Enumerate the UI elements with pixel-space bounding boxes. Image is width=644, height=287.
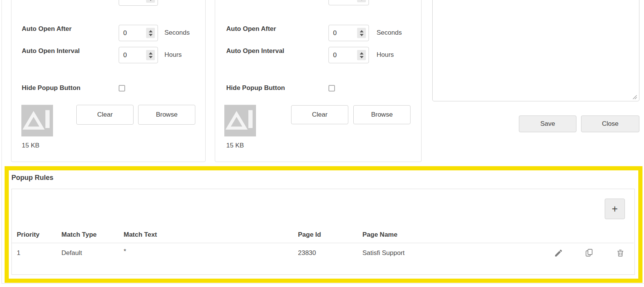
hide-popup-checkbox[interactable] — [328, 85, 335, 91]
auto-open-interval-label: Auto Open Interval — [226, 47, 284, 55]
outer-left-border — [2, 0, 2, 283]
stepper-icon[interactable] — [357, 28, 366, 38]
popup-config-card-2 — [215, 0, 422, 162]
card2-top-cutoff-input[interactable] — [328, 0, 369, 5]
auto-open-after-input[interactable] — [119, 25, 158, 41]
custom-code-textarea[interactable] — [432, 0, 639, 101]
edit-rule-button[interactable] — [554, 249, 563, 258]
copy-rule-button[interactable] — [584, 248, 594, 257]
pencil-icon — [554, 249, 563, 258]
popup-settings-page: Auto Open After Seconds Auto Open Interv… — [0, 0, 644, 287]
hide-popup-button-label: Hide Popup Button — [226, 84, 285, 92]
trash-icon — [616, 249, 625, 258]
outer-bottom-border — [2, 283, 644, 284]
rule-priority-cell: 1 — [17, 249, 20, 257]
rule-match-text-cell: * — [124, 248, 126, 255]
resize-handle-icon[interactable] — [631, 94, 638, 100]
popup-image-thumbnail — [224, 105, 256, 136]
ai-logo-icon — [224, 105, 256, 136]
auto-open-after-label: Auto Open After — [226, 25, 276, 33]
column-header-match-type: Match Type — [61, 231, 97, 239]
column-header-match-text: Match Text — [124, 231, 157, 239]
popup-rules-panel — [11, 189, 635, 275]
card1-top-cutoff-input[interactable] — [119, 0, 158, 6]
copy-icon — [584, 248, 594, 257]
rule-page-name-cell: Satisfi Support — [362, 249, 405, 257]
add-rule-button[interactable]: + — [605, 199, 625, 219]
hours-unit-label: Hours — [164, 51, 182, 59]
seconds-unit-label: Seconds — [377, 29, 402, 37]
seconds-unit-label: Seconds — [164, 29, 190, 37]
hide-popup-button-label: Hide Popup Button — [22, 84, 80, 92]
file-size-label: 15 KB — [22, 142, 39, 149]
popup-image-thumbnail — [21, 105, 53, 136]
rule-match-type-cell: Default — [61, 249, 82, 257]
auto-open-after-label: Auto Open After — [22, 25, 72, 33]
ai-logo-icon — [21, 105, 53, 136]
hours-unit-label: Hours — [377, 51, 394, 59]
auto-open-interval-input[interactable] — [119, 47, 158, 63]
stepper-icon[interactable] — [357, 0, 366, 2]
browse-button[interactable]: Browse — [353, 105, 411, 124]
column-header-priority: Priority — [17, 231, 40, 239]
delete-rule-button[interactable] — [616, 249, 625, 258]
close-button[interactable]: Close — [581, 115, 639, 132]
stepper-icon[interactable] — [357, 50, 366, 60]
auto-open-after-input[interactable] — [328, 25, 369, 41]
stepper-icon[interactable] — [146, 28, 155, 38]
hide-popup-checkbox[interactable] — [119, 85, 125, 91]
popup-config-card-1 — [11, 0, 206, 162]
stepper-icon[interactable] — [146, 50, 155, 60]
column-header-page-name: Page Name — [362, 231, 398, 239]
rule-page-id-cell: 23830 — [298, 249, 316, 257]
popup-rules-title: Popup Rules — [11, 174, 53, 182]
table-header-divider — [12, 243, 634, 243]
browse-button[interactable]: Browse — [138, 105, 195, 125]
column-header-page-id: Page Id — [298, 231, 321, 239]
save-button[interactable]: Save — [519, 115, 576, 132]
stepper-icon[interactable] — [146, 0, 155, 3]
file-size-label: 15 KB — [226, 142, 244, 149]
auto-open-interval-label: Auto Open Interval — [22, 47, 80, 55]
clear-button[interactable]: Clear — [76, 105, 134, 125]
auto-open-interval-input[interactable] — [328, 47, 369, 63]
clear-button[interactable]: Clear — [291, 105, 348, 124]
